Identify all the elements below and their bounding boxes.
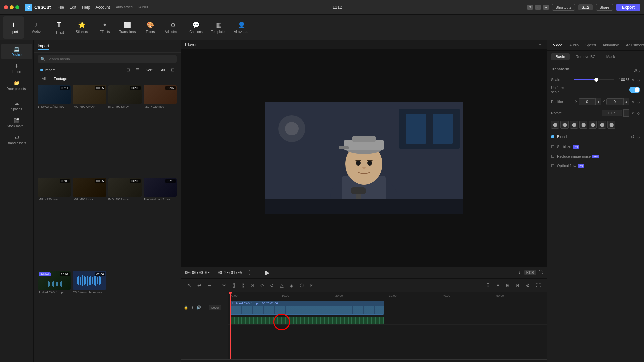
list-item[interactable]: 00:08 IMG_4932.mov — [108, 178, 142, 269]
blend-keyframe-btn[interactable]: ◇ — [637, 135, 640, 139]
import-button[interactable]: Import — [38, 67, 57, 73]
tl-speed-btn[interactable]: △ — [278, 281, 286, 289]
tl-delete-btn[interactable]: ⊠ — [248, 281, 256, 289]
shortcuts-button[interactable]: Shortcuts — [552, 4, 575, 11]
rp-tab-adjustment[interactable]: Adjustment — [623, 40, 644, 50]
list-item[interactable]: 00:11 1_SWwyl...fM2.mov — [38, 85, 71, 176]
scale-slider-thumb[interactable] — [594, 78, 598, 82]
sidebar-item-spaces[interactable]: ☁ Spaces — [1, 98, 32, 114]
menu-account[interactable]: Account — [96, 5, 110, 10]
export-button[interactable]: Export — [616, 4, 640, 11]
filter-btn[interactable]: ⊟ — [169, 67, 177, 73]
track-audio-icon[interactable]: 🔊 — [196, 305, 201, 310]
list-item[interactable]: 09:07 IMG_4929.mov — [144, 85, 177, 176]
tl-trim-in-btn[interactable]: ⟨| — [230, 281, 237, 289]
tl-redo-btn[interactable]: ↪ — [205, 281, 213, 289]
tl-fullscreen-btn[interactable]: ⛶ — [534, 281, 543, 289]
stabilize-checkbox[interactable] — [551, 145, 554, 148]
tool-audio[interactable]: ♪ Audio — [25, 16, 47, 39]
sidebar-item-device[interactable]: 💻 Device — [1, 44, 32, 59]
user-button[interactable]: S...2 — [578, 4, 593, 10]
rotate-input[interactable] — [602, 110, 622, 116]
minimize-window-btn[interactable] — [10, 5, 14, 9]
x-input[interactable] — [579, 98, 595, 105]
timeline-zoom-icon[interactable]: ⋮⋮ — [245, 269, 260, 276]
tl-crop-btn[interactable]: ⊡ — [308, 281, 316, 289]
play-button[interactable]: ▶ — [262, 269, 272, 276]
cover-button[interactable]: Cover — [209, 305, 221, 310]
scale-keyframe-btn[interactable]: ↺ — [632, 78, 635, 82]
timeline-scrollbar[interactable] — [181, 359, 547, 362]
close-window-btn[interactable] — [4, 5, 8, 9]
track-lock-icon[interactable]: 🔒 — [184, 305, 189, 310]
cat-all[interactable]: All — [38, 76, 50, 82]
sort-button[interactable]: Sort ↕ — [144, 67, 157, 73]
tool-ai-avatars[interactable]: 👤 AI avatars — [231, 16, 252, 39]
subtab-removebg[interactable]: Remove BG — [571, 53, 600, 60]
tl-select-tool[interactable]: ↖ — [185, 281, 193, 289]
uniform-scale-toggle[interactable] — [629, 87, 640, 93]
align-bottom-btn[interactable]: ⬤ — [598, 121, 606, 129]
subtab-basic[interactable]: Basic — [551, 53, 570, 60]
y-increment-btn[interactable]: ▲ — [623, 98, 629, 105]
tool-import[interactable]: ⬇ Import — [3, 16, 24, 39]
y-input[interactable] — [606, 98, 623, 105]
tl-fit-btn[interactable]: ⬌ — [495, 282, 501, 288]
audio-clip[interactable] — [230, 317, 384, 324]
sidebar-item-import[interactable]: ⬇ Import — [1, 61, 32, 76]
align-fill-btn[interactable]: ⬤ — [607, 121, 615, 129]
track-more-icon[interactable]: ⋯ — [203, 305, 207, 310]
tl-mic-btn[interactable]: 🎙 — [484, 281, 493, 289]
tool-stickers[interactable]: 🌟 Stickers — [71, 16, 93, 39]
align-top-btn[interactable]: ⬤ — [579, 121, 587, 129]
playhead[interactable] — [230, 292, 231, 359]
pos-keyframe-btn[interactable]: ↺ — [632, 100, 635, 104]
rotate-decrement-btn[interactable]: − — [623, 109, 629, 117]
list-item[interactable]: 00:05 IMG_4931.mov — [73, 178, 106, 269]
tool-filters[interactable]: 🎨 Filters — [140, 16, 161, 39]
sidebar-item-presets[interactable]: 📁 Your presets — [1, 78, 32, 94]
tl-split-btn[interactable]: ✂ — [220, 281, 228, 289]
scale-add-keyframe-btn[interactable]: ◇ — [637, 78, 640, 82]
list-item[interactable]: 00:05 IMG_4928.mov — [108, 85, 142, 176]
fullscreen-icon[interactable]: ⛶ — [539, 270, 543, 275]
media-search-bar[interactable]: 🔍 — [38, 55, 177, 63]
rp-tab-audio[interactable]: Audio — [566, 40, 582, 50]
menu-file[interactable]: File — [58, 5, 64, 10]
list-item[interactable]: 00:05 IMG_4927.MOV — [73, 85, 106, 176]
cat-footage[interactable]: Footage — [50, 76, 71, 82]
tl-mirror-btn[interactable]: ⬡ — [298, 281, 306, 289]
sidebar-item-brand[interactable]: 🏷 Brand assets — [1, 132, 32, 148]
blend-reset-btn[interactable]: ↺ — [631, 134, 635, 139]
player-options-icon[interactable]: ⋯ — [539, 42, 543, 47]
tl-trim-out-btn[interactable]: |⟩ — [239, 281, 247, 289]
tl-zoom-in-btn[interactable]: ⊕ — [503, 281, 512, 289]
transform-keyframe-btn[interactable]: ◇ — [637, 69, 640, 73]
rotate-add-keyframe-btn[interactable]: ◇ — [637, 111, 640, 115]
transform-reset-btn[interactable]: ↺ — [633, 68, 637, 73]
align-center-h-btn[interactable]: ⬤ — [560, 121, 569, 129]
tool-text[interactable]: T TI Text — [48, 16, 70, 39]
tool-transitions[interactable]: ⬜ Transitions — [117, 16, 138, 39]
all-filter-btn[interactable]: All — [159, 67, 167, 73]
tool-effects[interactable]: ✦ Effects — [94, 16, 115, 39]
media-tab-import[interactable]: Import — [38, 43, 49, 50]
list-item[interactable]: 00:06 IMG_4930.mov — [38, 178, 71, 269]
tl-undo-btn[interactable]: ↩ — [195, 281, 203, 289]
rp-tab-video[interactable]: Video — [550, 40, 566, 50]
search-input[interactable] — [47, 57, 174, 61]
rp-tab-animation[interactable]: Animation — [599, 40, 623, 50]
sidebar-item-stock[interactable]: 🎬 Stock mate... — [1, 115, 32, 131]
list-item[interactable]: 00:15 The Worl...ap 2.mov — [144, 178, 177, 269]
list-item[interactable]: Added 20:02 — [38, 271, 71, 362]
ratio-badge[interactable]: Ratio — [524, 270, 536, 275]
list-item[interactable]: 02:06 — [73, 271, 106, 362]
noise-checkbox[interactable] — [551, 155, 554, 158]
grid-view-btn[interactable]: ⊞ — [124, 67, 132, 73]
menu-help[interactable]: Help — [82, 5, 90, 10]
tl-freeze-btn[interactable]: ◇ — [258, 281, 266, 289]
list-view-btn[interactable]: ☰ — [133, 67, 142, 73]
align-right-btn[interactable]: ⬤ — [570, 121, 578, 129]
pos-add-keyframe-btn[interactable]: ◇ — [637, 100, 640, 104]
x-increment-btn[interactable]: ▲ — [595, 98, 601, 105]
